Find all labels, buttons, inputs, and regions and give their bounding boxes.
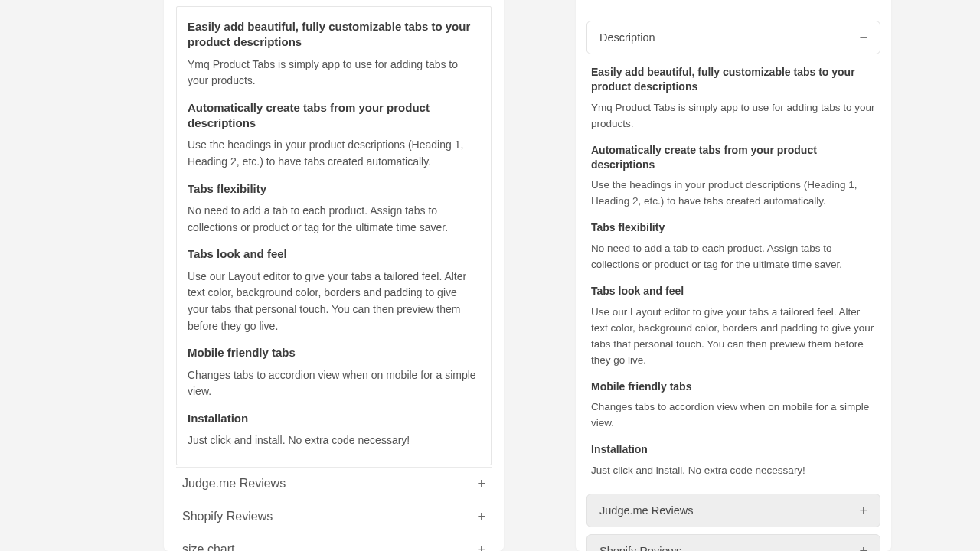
accordion-header-sizechart[interactable]: size chart + [176, 533, 492, 551]
preview-card-left: Description Easily add beautiful, fully … [164, 0, 504, 551]
section-body: Use the headings in your product descrip… [591, 178, 876, 210]
accordion-header-shopify[interactable]: Shopify Reviews + [586, 534, 880, 551]
section-heading: Tabs flexibility [591, 220, 876, 235]
plus-icon: + [477, 510, 485, 523]
plus-icon: + [859, 544, 867, 551]
accordion-header-description[interactable]: Description − [586, 21, 880, 54]
accordion-label: Description [599, 31, 655, 44]
accordion-label: Judge.me Reviews [182, 477, 286, 491]
section-body: Changes tabs to accordion view when on m… [591, 399, 876, 432]
section-heading: Tabs look and feel [188, 246, 480, 262]
plus-icon: + [477, 543, 485, 551]
section-body: No need to add a tab to each product. As… [188, 203, 480, 236]
section-heading: Tabs flexibility [188, 181, 480, 197]
section-body: Use our Layout editor to give your tabs … [188, 269, 480, 335]
comparison-stage: Description Easily add beautiful, fully … [0, 0, 980, 551]
section-body: Use the headings in your product descrip… [188, 137, 480, 170]
accordion-header-judgeme[interactable]: Judge.me Reviews + [176, 467, 492, 500]
plus-icon: + [859, 504, 867, 517]
accordion-header-shopify[interactable]: Shopify Reviews + [176, 500, 492, 533]
section-body: Ymq Product Tabs is simply app to use fo… [591, 100, 876, 132]
section-heading: Tabs look and feel [591, 284, 876, 298]
section-heading: Automatically create tabs from your prod… [188, 100, 480, 132]
accordion-body-description: Easily add beautiful, fully customizable… [176, 6, 492, 465]
section-body: Just click and install. No extra code ne… [591, 463, 876, 479]
accordion-header-description[interactable]: Description [176, 0, 492, 6]
section-body: No need to add a tab to each product. As… [591, 241, 876, 273]
section-heading: Easily add beautiful, fully customizable… [188, 19, 480, 51]
accordion-label: Shopify Reviews [182, 510, 273, 523]
section-heading: Mobile friendly tabs [591, 380, 876, 394]
section-body: Changes tabs to accordion view when on m… [188, 367, 480, 400]
section-body: Ymq Product Tabs is simply app to use fo… [188, 57, 480, 90]
section-body: Use our Layout editor to give your tabs … [591, 305, 876, 369]
plus-icon: + [477, 477, 485, 491]
section-heading: Easily add beautiful, fully customizable… [591, 65, 876, 94]
accordion-body-description: Easily add beautiful, fully customizable… [586, 54, 880, 487]
section-body: Just click and install. No extra code ne… [188, 432, 480, 449]
section-heading: Installation [591, 442, 876, 457]
accordion-header-judgeme[interactable]: Judge.me Reviews + [586, 494, 880, 527]
section-heading: Mobile friendly tabs [188, 345, 480, 360]
section-heading: Installation [188, 411, 480, 426]
accordion-label: Shopify Reviews [599, 545, 681, 551]
section-heading: Automatically create tabs from your prod… [591, 143, 876, 172]
accordion-label: size chart [182, 543, 234, 551]
preview-card-right: Description − Easily add beautiful, full… [576, 0, 891, 551]
minus-icon: − [859, 31, 867, 44]
accordion-label: Judge.me Reviews [599, 504, 694, 517]
